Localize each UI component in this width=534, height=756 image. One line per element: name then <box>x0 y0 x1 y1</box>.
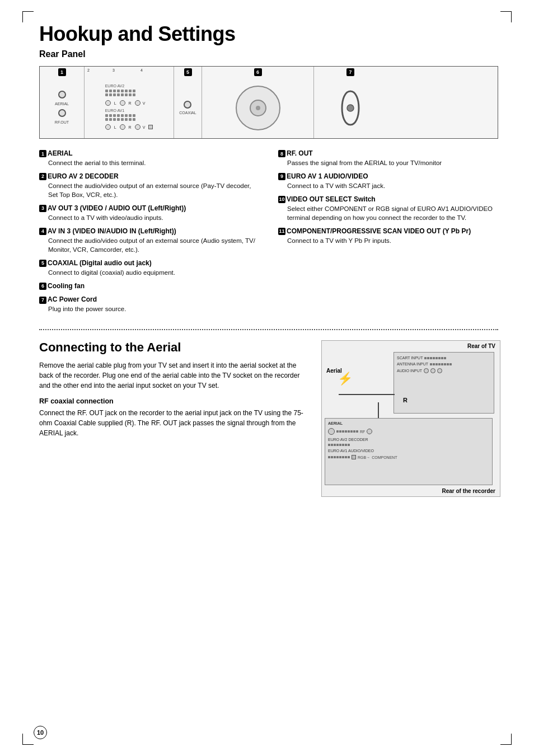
audio-input-label: AUDIO INPUT <box>397 369 422 373</box>
cable-horiz <box>339 394 395 395</box>
desc-body-4: Connect the audio/video output of an ext… <box>48 236 261 254</box>
diagram-box: Rear of TV SCART INPUT ANTENNA INPUT <box>321 340 500 497</box>
coaxial-port <box>184 101 191 109</box>
descriptions-grid: 1AERIAL Connect the aerial to this termi… <box>39 149 500 318</box>
dotted-separator <box>39 329 498 330</box>
num-badge-11: 11 <box>278 228 285 235</box>
panel-section-7: 7 <box>314 67 387 138</box>
component-label: COMPONENT <box>372 456 397 459</box>
desc-item-1: 1AERIAL Connect the aerial to this termi… <box>39 149 261 167</box>
badge-7: 7 <box>346 68 354 76</box>
video-select-switch <box>352 455 356 459</box>
badge-1: 1 <box>58 68 66 76</box>
badge-5: 5 <box>184 68 192 76</box>
desc-item-2: 2EURO AV 2 DECODER Connect the audio/vid… <box>39 172 261 199</box>
desc-title-7: AC Power Cord <box>48 295 97 303</box>
desc-item-3: 3AV OUT 3 (VIDEO / AUDIO OUT (Left/Right… <box>39 204 261 222</box>
desc-body-11: Connect to a TV with Y Pb Pr inputs. <box>287 236 500 245</box>
desc-title-11: COMPONENT/PROGRESSIVE SCAN VIDEO OUT (Y … <box>287 227 471 235</box>
panel-section-5: 5 COAXIAL <box>174 67 202 138</box>
r-label: R <box>403 397 407 403</box>
desc-title-1: AERIAL <box>48 149 73 157</box>
desc-item-6: 6Cooling fan <box>39 281 261 291</box>
desc-col-right: 8RF. OUT Passes the signal from the AERI… <box>278 149 500 318</box>
panel-section-234: 2 3 4 EURO AV2 <box>85 67 174 138</box>
rear-panel-title: Rear Panel <box>39 49 500 59</box>
connecting-left-col: Connecting to the Aerial Remove the aeri… <box>39 340 310 438</box>
num-badge-8: 8 <box>278 150 285 157</box>
rec-euro1-dots <box>328 456 350 458</box>
desc-title-5: COAXIAL (Digital audio out jack) <box>48 259 152 267</box>
desc-item-4: 4AV IN 3 (VIDEO IN/AUDIO IN (Left/Right)… <box>39 227 261 254</box>
corner-mark-tr <box>500 11 512 22</box>
svg-point-0 <box>347 105 354 111</box>
rec-dots-euro2 <box>336 430 358 433</box>
num-badge-1: 1 <box>39 150 46 157</box>
desc-item-11: 11COMPONENT/PROGRESSIVE SCAN VIDEO OUT (… <box>278 227 500 245</box>
num-badge-4: 4 <box>39 228 46 235</box>
desc-title-2: EURO AV 2 DECODER <box>48 172 119 180</box>
num-badge-6: 6 <box>39 283 46 290</box>
num-badge-7: 7 <box>39 297 46 304</box>
scart-label: SCART INPUT <box>397 356 423 360</box>
desc-body-3: Connect to a TV with video/audio inputs. <box>48 213 261 222</box>
main-title: Hookup and Settings <box>39 22 500 46</box>
num-badge-2: 2 <box>39 173 46 180</box>
desc-body-8: Passes the signal from the AERIAL to you… <box>287 158 500 167</box>
connecting-diagram: Rear of TV SCART INPUT ANTENNA INPUT <box>321 340 500 497</box>
rf-rfe-label: RF <box>360 430 365 434</box>
corner-mark-bl <box>22 734 34 745</box>
desc-title-6: Cooling fan <box>48 282 85 290</box>
rec-euro1-row: RGB→ COMPONENT <box>328 455 489 459</box>
desc-body-5: Connect to digital (coaxial) audio equip… <box>48 268 261 277</box>
panel-section-1: 1 AERIAL RF.OUT <box>40 67 85 138</box>
connecting-title: Connecting to the Aerial <box>39 340 310 355</box>
desc-item-7: 7AC Power Cord Plug into the power sourc… <box>39 295 261 313</box>
desc-col-left: 1AERIAL Connect the aerial to this termi… <box>39 149 261 318</box>
desc-body-2: Connect the audio/video output of an ext… <box>48 181 261 199</box>
desc-body-9: Connect to a TV with SCART jack. <box>287 181 500 190</box>
rf-coaxial-title: RF coaxial connection <box>39 397 310 405</box>
tv-panel-row-2: ANTENNA INPUT <box>397 362 491 366</box>
rec-euro2-dots <box>328 444 489 446</box>
rec-euro-av1-label: EURO AV1 AUDIO/VIDEO <box>328 449 489 453</box>
audio-port-r <box>430 368 435 373</box>
bottom-section: Connecting to the Aerial Remove the aeri… <box>39 340 500 497</box>
aerial-port-bottom <box>58 109 66 117</box>
desc-item-10: 10VIDEO OUT SELECT Switch Select either … <box>278 195 500 222</box>
rf-coaxial-text: Connect the RF. OUT jack on the recorder… <box>39 408 310 438</box>
rear-tv-label: Rear of TV <box>467 343 495 349</box>
video-port <box>437 368 442 373</box>
rec-rf-port <box>367 429 372 434</box>
desc-body-1: Connect the aerial to this terminal. <box>48 158 261 167</box>
num-badge-10: 10 <box>278 196 285 203</box>
connecting-text: Remove the aerial cable plug from your T… <box>39 360 310 391</box>
desc-title-10: VIDEO OUT SELECT Switch <box>287 195 376 203</box>
desc-title-9: EURO AV 1 AUDIO/VIDEO <box>287 172 368 180</box>
power-cord-icon <box>334 86 367 130</box>
scart-dots-row2 <box>430 363 452 365</box>
tv-panel-row-3: AUDIO INPUT <box>397 368 491 373</box>
desc-body-10: Select either COMPONENT or RGB signal of… <box>287 204 500 222</box>
rgb-label: RGB→ <box>358 456 370 459</box>
rec-panel-row1: RF <box>328 428 489 435</box>
desc-title-8: RF. OUT <box>287 149 313 157</box>
page-number: 10 <box>34 726 47 739</box>
desc-item-8: 8RF. OUT Passes the signal from the AERI… <box>278 149 500 167</box>
tv-panel: SCART INPUT ANTENNA INPUT <box>394 352 494 414</box>
page-container: Hookup and Settings Rear Panel 1 AERIAL … <box>0 0 534 756</box>
scart-dots-row1 <box>424 357 446 359</box>
audio-port-l <box>424 368 429 373</box>
rec-euro-av2-label: EURO AV2 DECODER <box>328 438 489 442</box>
rear-panel-diagram: 1 AERIAL RF.OUT 2 3 4 EURO AV2 <box>39 66 498 139</box>
badge-6: 6 <box>254 68 262 76</box>
tv-panel-row-1: SCART INPUT <box>397 356 491 360</box>
rec-panel: AERIAL RF EURO AV2 DECODER <box>325 418 493 485</box>
num-badge-3: 3 <box>39 205 46 212</box>
aerial-port-top <box>58 91 66 98</box>
antenna-label: ANTENNA INPUT <box>397 362 428 366</box>
num-badge-9: 9 <box>278 173 285 180</box>
desc-title-3: AV OUT 3 (VIDEO / AUDIO OUT (Left/Right)… <box>48 204 186 212</box>
num-badge-5: 5 <box>39 260 46 267</box>
desc-body-7: Plug into the power source. <box>48 304 261 313</box>
